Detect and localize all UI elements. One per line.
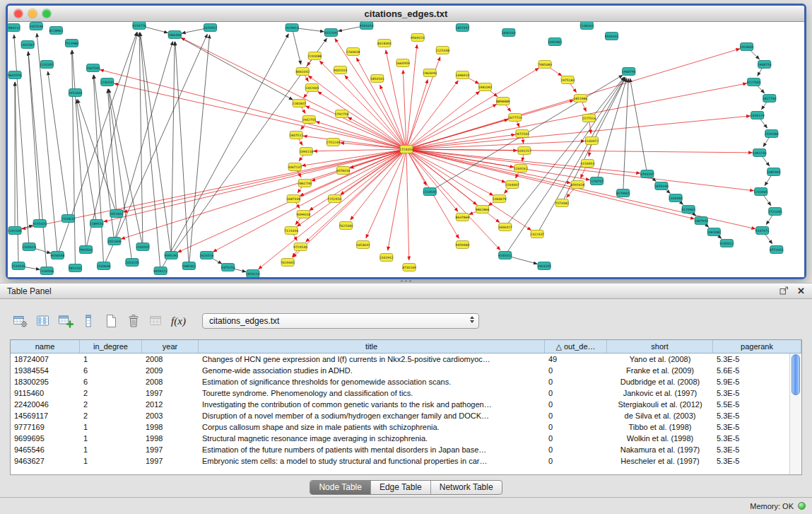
graph-node[interactable]: 1963090 [423, 69, 437, 77]
vertical-scrollbar[interactable] [789, 354, 801, 474]
graph-node[interactable]: 1677714 [508, 114, 522, 122]
function-builder-button[interactable]: f(x) [168, 311, 189, 332]
graph-node[interactable]: 7123348 [284, 227, 298, 235]
graph-node[interactable]: 1559580 [765, 130, 779, 138]
close-window-button[interactable] [14, 9, 23, 18]
column-header-out_degree[interactable]: △ out_de… [545, 340, 607, 353]
graph-node[interactable]: 7625340 [339, 222, 353, 230]
graph-node[interactable]: 9056548 [51, 252, 65, 259]
table-row[interactable]: 1830029562008Estimation of significance … [11, 376, 790, 387]
graph-node[interactable]: 9724540 [293, 243, 307, 251]
graph-node[interactable]: 1857457 [456, 24, 470, 32]
graph-node[interactable]: 6793197 [640, 170, 654, 178]
graph-node[interactable]: 1342004 [305, 84, 319, 92]
table-row[interactable]: 1938455462009Genome-wide association stu… [11, 365, 790, 376]
tab-edge-table[interactable]: Edge Table [371, 481, 431, 494]
graph-node[interactable]: 8318304 [377, 40, 392, 47]
graph-node[interactable]: 2342912 [379, 254, 394, 262]
graph-node[interactable]: 1085905 [767, 168, 781, 176]
graph-node[interactable]: 2051600 [69, 89, 83, 97]
graph-node[interactable]: 1092082 [548, 38, 562, 46]
graph-node[interactable]: 2067549 [86, 64, 100, 72]
graph-node[interactable]: 2861730 [298, 180, 312, 187]
graph-node[interactable]: 1942755 [302, 116, 316, 124]
graph-node[interactable]: 9245022 [720, 240, 734, 247]
graph-node[interactable]: 1065482 [707, 228, 721, 236]
graph-node[interactable]: 1067945 [694, 217, 708, 225]
graph-node[interactable]: 2240088 [307, 52, 322, 60]
graph-node[interactable]: 1466404 [167, 31, 182, 39]
graph-node[interactable]: 9546331 [605, 33, 619, 40]
graph-node[interactable]: 2189550 [90, 220, 104, 228]
graph-node[interactable]: 9591654 [360, 22, 374, 30]
graph-node[interactable]: 8898889 [496, 98, 510, 105]
graph-node[interactable]: 1302567 [20, 41, 35, 49]
graph-node[interactable]: 1687338 [286, 195, 300, 203]
graph-node[interactable]: 9245012 [498, 252, 512, 259]
graph-node[interactable]: 9099018 [296, 211, 310, 218]
graph-node[interactable]: 7619345 [281, 259, 295, 267]
table-row[interactable]: 2242004622012Investigating the contribut… [11, 399, 790, 410]
graph-node[interactable]: 1064679 [493, 195, 507, 203]
graph-node[interactable]: 1577516 [582, 115, 596, 122]
network-canvas[interactable]: 1724050169691019810928898889167771428725… [8, 22, 804, 277]
new-table-button[interactable] [100, 311, 121, 332]
table-row[interactable]: 1456911722003Disruption of a novel membe… [11, 410, 790, 421]
graph-node[interactable]: 2204007 [505, 181, 519, 189]
graph-node[interactable]: 9147471 [755, 227, 770, 235]
graph-node[interactable]: 8730169 [402, 264, 416, 271]
graph-node[interactable]: 1854110 [246, 270, 260, 278]
column-header-name[interactable]: name [11, 340, 80, 353]
graph-node[interactable]: 8595428 [570, 181, 584, 189]
graph-node[interactable]: 1514545 [423, 188, 437, 196]
graph-node[interactable]: 1164162 [514, 165, 528, 173]
graph-node[interactable]: 2679557 [204, 24, 218, 32]
import-table-button[interactable] [146, 311, 166, 332]
graph-node[interactable]: 7851501 [69, 264, 83, 272]
graph-node[interactable]: 1903205 [537, 262, 551, 270]
graph-node[interactable]: 1210465 [754, 188, 768, 196]
graph-node[interactable]: 2134506 [40, 267, 54, 275]
graph-node[interactable]: 1653641 [356, 241, 370, 249]
graph-node[interactable]: 1981092 [478, 83, 493, 91]
create-column-button[interactable] [55, 311, 76, 332]
graph-node[interactable]: 1640163 [502, 29, 516, 37]
graph-node[interactable]: 2051602 [110, 210, 124, 218]
graph-node[interactable]: 2520610 [61, 215, 76, 223]
delete-column-button[interactable] [78, 311, 98, 332]
table-row[interactable]: 977716911998Corpus callosum shape and si… [11, 421, 790, 433]
graph-node[interactable]: 1696910 [456, 71, 470, 79]
minimize-window-button[interactable] [28, 9, 37, 18]
graph-node[interactable]: 1276707 [590, 177, 604, 185]
graph-node[interactable]: 1606427 [498, 223, 512, 231]
graph-node[interactable]: 2053105 [125, 259, 139, 267]
table-row[interactable]: 1872400712008Changes of HCN gene express… [11, 354, 790, 365]
graph-node[interactable]: 1827744 [763, 95, 777, 103]
graph-node[interactable]: 1160472 [585, 137, 599, 145]
graph-node[interactable]: 1851986 [573, 95, 587, 103]
graph-node[interactable]: 7905501 [79, 246, 93, 254]
graph-node[interactable]: 9569223 [411, 34, 425, 42]
graph-node[interactable]: 2146161 [580, 22, 594, 30]
graph-node[interactable]: 9227440 [747, 78, 761, 86]
table-mode-button[interactable] [10, 311, 30, 332]
graph-node[interactable]: 1404119 [751, 112, 765, 119]
tab-network-table[interactable]: Network Table [431, 481, 502, 494]
graph-node[interactable]: 3067137 [288, 163, 302, 171]
column-header-short[interactable]: short [607, 340, 713, 353]
tab-node-table[interactable]: Node Table [310, 481, 371, 494]
table-selector-dropdown[interactable]: citations_edges.txt [202, 313, 479, 329]
graph-node[interactable]: 2057039 [29, 23, 43, 30]
graph-node[interactable]: 7513980 [65, 40, 79, 47]
graph-node[interactable]: 1948794 [622, 68, 636, 76]
graph-node[interactable]: 9002014 [334, 66, 348, 74]
delete-table-button[interactable] [123, 311, 143, 332]
graph-node[interactable]: 1721035 [768, 208, 782, 216]
graph-node[interactable]: 1975183 [560, 76, 575, 84]
graph-node[interactable]: 1125438 [435, 47, 449, 54]
show-columns-button[interactable] [33, 311, 53, 332]
graph-node[interactable]: 1984112 [8, 24, 20, 32]
graph-node[interactable]: 9595192 [164, 252, 178, 259]
zoom-window-button[interactable] [42, 9, 51, 18]
graph-node[interactable]: 2847512 [289, 132, 303, 139]
